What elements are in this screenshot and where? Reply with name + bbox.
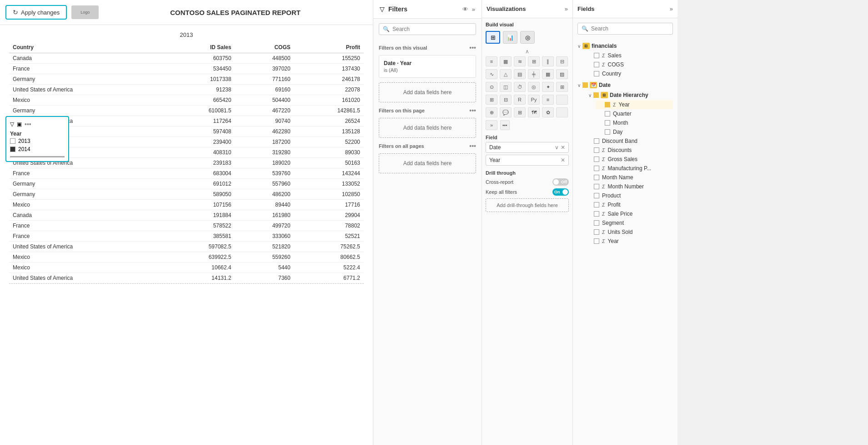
discount-band-name: Discount Band: [602, 138, 637, 144]
viz-icon-12[interactable]: ▨: [556, 69, 568, 79]
viz-icon-10[interactable]: ╪: [528, 69, 540, 79]
viz-icon-20[interactable]: ⊟: [500, 95, 512, 105]
viz-icon-9[interactable]: ▤: [514, 69, 526, 79]
apply-changes-button[interactable]: ↻ Apply changes: [5, 5, 67, 20]
viz-icon-16[interactable]: ◎: [528, 82, 540, 92]
units-sold-checkbox[interactable]: [594, 229, 599, 235]
filters-search-input[interactable]: [392, 26, 472, 32]
cross-report-toggle[interactable]: Off: [552, 178, 569, 186]
field-group-financials-header[interactable]: ∨ ⊞ financials: [577, 41, 673, 51]
viz-icon-3[interactable]: ≋: [514, 56, 526, 66]
fields-search-box[interactable]: 🔍: [577, 23, 673, 35]
year-extra-checkbox[interactable]: [594, 238, 599, 244]
viz-icon-21[interactable]: R: [514, 95, 526, 105]
manufacturing-checkbox[interactable]: [594, 166, 599, 171]
viz-icon-18[interactable]: ⊞: [556, 82, 568, 92]
add-data-all-pages[interactable]: Add data fields here: [379, 153, 476, 173]
keep-filters-toggle[interactable]: On: [552, 188, 569, 196]
filter-more-icon[interactable]: •••: [25, 121, 31, 128]
viz-icon-25[interactable]: ⊕: [486, 107, 497, 117]
date-checkbox[interactable]: [582, 82, 588, 88]
sales-checkbox[interactable]: [594, 53, 599, 58]
viz-icon-11[interactable]: ▦: [542, 69, 554, 79]
fields-expand-icon[interactable]: »: [670, 5, 673, 12]
cogs-checkbox[interactable]: [594, 62, 599, 67]
discounts-checkbox[interactable]: [594, 147, 599, 153]
sale-price-checkbox[interactable]: [594, 211, 599, 217]
table-cell: 137430: [294, 64, 364, 74]
filter-slider[interactable]: [10, 156, 65, 157]
date-hierarchy-header[interactable]: ∨ ⊞ Date Hierarchy: [585, 90, 673, 100]
discount-band-checkbox[interactable]: [594, 138, 599, 144]
financials-group-icon: ⊞: [582, 43, 590, 49]
viz-icon-23[interactable]: ≡: [542, 95, 554, 105]
on-visual-more-icon[interactable]: •••: [469, 44, 476, 51]
country-checkbox[interactable]: [594, 71, 599, 76]
all-pages-more-icon[interactable]: •••: [469, 142, 476, 150]
viz-type-gauge-icon[interactable]: ◎: [520, 31, 535, 44]
viz-icon-7[interactable]: ∿: [486, 69, 497, 79]
date-chip-actions: ∨ ✕: [555, 144, 565, 151]
viz-icon-32[interactable]: •••: [500, 120, 510, 130]
filter-check-2014[interactable]: [10, 147, 15, 152]
field-item-month-name: Month Name: [585, 173, 673, 182]
viz-icon-30[interactable]: [556, 107, 568, 117]
viz-expand-icon[interactable]: »: [565, 5, 568, 12]
viz-icon-2[interactable]: ▦: [500, 56, 512, 66]
profit-checkbox[interactable]: [594, 202, 599, 207]
viz-icon-6[interactable]: ⊟: [556, 56, 568, 66]
filter-check-2013[interactable]: [10, 138, 15, 144]
date-chip-label: Date: [489, 144, 501, 151]
viz-icon-26[interactable]: 💬: [500, 107, 512, 117]
viz-icon-4[interactable]: ⊞: [528, 56, 540, 66]
sale-price-sigma: Σ: [602, 211, 605, 217]
cogs-name: COGS: [608, 61, 624, 68]
viz-type-bar-icon[interactable]: 📊: [503, 31, 517, 44]
manufacturing-sigma: Σ: [602, 166, 605, 171]
add-drill-through-field[interactable]: Add drill-through fields here: [486, 198, 569, 212]
product-checkbox[interactable]: [594, 193, 599, 198]
viz-icon-17[interactable]: ✦: [542, 82, 554, 92]
segment-checkbox[interactable]: [594, 220, 599, 226]
viz-icon-28[interactable]: 🗺: [528, 107, 540, 117]
date-chip-close[interactable]: ✕: [561, 144, 565, 151]
drill-through-title: Drill through: [486, 170, 569, 176]
month-name-checkbox[interactable]: [594, 175, 599, 180]
sale-price-name: Sale Price: [608, 211, 633, 217]
viz-icon-24[interactable]: [556, 95, 568, 105]
add-data-page[interactable]: Add data fields here: [379, 118, 476, 138]
date-chip-chevron[interactable]: ∨: [555, 144, 559, 151]
viz-icon-1[interactable]: ≡: [486, 56, 497, 66]
filters-eye-icon[interactable]: 👁: [462, 6, 468, 13]
filters-search-box[interactable]: 🔍: [379, 23, 476, 35]
filter-option-2014[interactable]: 2014: [10, 145, 65, 153]
viz-icon-22[interactable]: Py: [528, 95, 540, 105]
viz-icon-15[interactable]: ⏱: [514, 82, 526, 92]
on-page-more-icon[interactable]: •••: [469, 107, 476, 114]
sales-sigma-icon: Σ: [602, 53, 605, 58]
table-cell: 603750: [165, 53, 235, 64]
viz-icon-5[interactable]: ∥: [542, 56, 554, 66]
date-hierarchy-checkbox[interactable]: [593, 92, 599, 98]
fields-search-input[interactable]: [591, 25, 669, 32]
viz-icon-31[interactable]: »: [486, 120, 497, 130]
year-chip-close[interactable]: ✕: [561, 157, 565, 163]
filter-option-2013[interactable]: 2013: [10, 137, 65, 145]
viz-icon-19[interactable]: ⊞: [486, 95, 497, 105]
viz-icon-8[interactable]: △: [500, 69, 512, 79]
gross-sales-checkbox[interactable]: [594, 157, 599, 162]
quarter-checkbox[interactable]: [605, 111, 610, 116]
day-checkbox[interactable]: [605, 129, 610, 135]
filters-expand-icon[interactable]: »: [472, 6, 475, 13]
month-checkbox[interactable]: [605, 120, 610, 126]
viz-icon-29[interactable]: ✿: [542, 107, 554, 117]
viz-icon-13[interactable]: ⊙: [486, 82, 497, 92]
viz-type-table-icon[interactable]: ⊞: [486, 31, 500, 44]
filters-panel-title: Filters: [388, 5, 459, 13]
year-checkbox[interactable]: [605, 102, 610, 107]
field-group-date-header[interactable]: ∨ 📅 Date: [577, 80, 673, 90]
add-data-visual[interactable]: Add data fields here: [379, 82, 476, 102]
viz-icon-27[interactable]: ⊞: [514, 107, 526, 117]
viz-icon-14[interactable]: ◫: [500, 82, 512, 92]
month-number-checkbox[interactable]: [594, 184, 599, 189]
